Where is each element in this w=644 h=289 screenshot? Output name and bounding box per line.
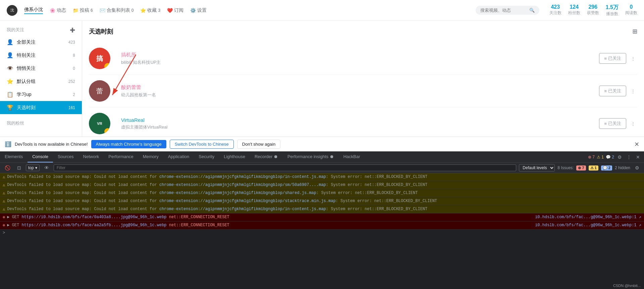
- settings-button[interactable]: ⚙: [616, 154, 623, 160]
- eye-icon: 👁️: [7, 65, 13, 71]
- warning-icon-2: ⚠: [3, 182, 5, 188]
- tab-performance[interactable]: Performance: [104, 151, 138, 162]
- tab-sources[interactable]: Sources: [53, 151, 78, 162]
- follow-actions-virtuareal: ≡ 已关注 ⋮: [599, 118, 637, 129]
- stat-fans: 124 粉丝数: [568, 4, 580, 17]
- console-line-7: ⊗ ▶ GET https://i0.hdslb.com/bfs/face/aa…: [0, 222, 644, 230]
- more-devtools-button[interactable]: ⋮: [625, 154, 633, 160]
- sidebar-item-default-group[interactable]: ⭐ 默认分组 252: [0, 75, 82, 88]
- avatar-gaojisuo: 搞 ✦: [89, 48, 110, 69]
- nav-item-tougao[interactable]: 📁投稿 6: [73, 7, 93, 13]
- followed-button-suannai[interactable]: ≡ 已关注: [599, 86, 626, 96]
- close-devtools-button[interactable]: ✕: [635, 154, 641, 160]
- stats-area: 423 关注数 124 粉丝数 296 获赞数 1.5万 播放数 0 阅读数: [549, 4, 637, 17]
- info-issues-count[interactable]: 💬 2: [601, 165, 612, 171]
- console-line-1: ⚠ DevTools failed to load source map: Co…: [0, 173, 644, 181]
- switch-chinese-button[interactable]: Switch DevTools to Chinese: [170, 140, 234, 149]
- console-line-3: ⚠ DevTools failed to load source map: Co…: [0, 189, 644, 197]
- list-icon: ≡: [604, 121, 607, 126]
- clear-console-button[interactable]: 🚫: [3, 164, 12, 171]
- error-get-link-2[interactable]: https://i0.hdslb.com/bfs/face/aa2a5fb...…: [21, 223, 166, 228]
- error-source-2[interactable]: i0.hdslb.com/bfs/fac...g@96w_96h_1c.webp…: [532, 222, 641, 228]
- dont-show-again-button[interactable]: Don't show again: [237, 140, 280, 149]
- error-link-4[interactable]: chrome-extension://agipnmmjnjcfgkhmlgifi…: [159, 199, 336, 203]
- console-filter-input[interactable]: [54, 164, 517, 171]
- sidebar-section-follows: 我的关注 ➕: [0, 24, 82, 36]
- warning-icon-5: ⚠: [3, 206, 5, 212]
- nav-item-dongtai[interactable]: 🌸动态: [50, 7, 66, 13]
- toggle-sidebar-button[interactable]: ⊡: [15, 164, 23, 171]
- list-icon: ≡: [604, 89, 607, 94]
- tab-console[interactable]: Console: [28, 151, 53, 162]
- sidebar-item-special-follows[interactable]: 👤 特别关注 8: [0, 49, 82, 62]
- tab-recorder[interactable]: Recorder ⏺: [250, 151, 283, 162]
- sidebar-item-study-up[interactable]: 📋 学习up 2: [0, 88, 82, 101]
- followed-button-gaojisuo[interactable]: ≡ 已关注: [599, 53, 626, 64]
- console-line-5: ⚠ DevTools failed to load source map: Co…: [0, 205, 644, 213]
- warning-issues-count[interactable]: ⚠ 1: [589, 165, 598, 171]
- info-icon: ℹ️: [5, 141, 11, 147]
- notification-close-button[interactable]: ✕: [634, 141, 639, 148]
- nav-item-settings[interactable]: ⚙️设置: [190, 7, 207, 13]
- error-link-5[interactable]: chrome-extension://agipnmmjnjcfgkhmlgifi…: [159, 207, 326, 211]
- sidebar-item-all-follows[interactable]: 👤 全部关注 423: [0, 36, 82, 49]
- layout-toggle-icon[interactable]: ⊞: [632, 28, 637, 35]
- trophy-icon: 🏆: [7, 104, 13, 111]
- user-avatar[interactable]: 沈: [7, 5, 17, 16]
- more-options-suannai[interactable]: ⋮: [629, 87, 637, 96]
- search-box[interactable]: 🔍: [476, 6, 539, 15]
- sidebar-section-fans: 我的粉丝: [0, 117, 82, 129]
- verified-badge: ✦: [104, 63, 110, 69]
- user-icon: 👤: [7, 39, 13, 45]
- follow-item-gaojisuo: 搞 ✦ 搞机所 bilibili 知名科技UP主 ≡ 已关注: [89, 42, 637, 75]
- follow-name-gaojisuo[interactable]: 搞机所: [121, 52, 599, 58]
- follow-name-suannai[interactable]: 酸奶蕾蕾: [121, 84, 599, 91]
- search-input[interactable]: [480, 8, 527, 13]
- error-link-2[interactable]: chrome-extension://agipnmmjnjcfgkhmlgifi…: [159, 183, 326, 187]
- error-link-3[interactable]: chrome-extension://agipnmmjnjcfgkhmlgifi…: [159, 191, 316, 195]
- follow-info-virtuareal: VirtuaReal 虚拟主播团体VirtuaReal: [121, 117, 599, 130]
- nav-item-favorites[interactable]: ⭐收藏 3: [140, 7, 160, 13]
- sidebar-item-tianxuan[interactable]: 🏆 天选时刻 161: [0, 101, 82, 114]
- user-star-icon: 👤: [7, 52, 13, 58]
- tab-performance-insights[interactable]: Performance insights ⏺: [283, 151, 339, 162]
- sidebar-item-quiet-follows[interactable]: 👁️ 悄悄关注 0: [0, 62, 82, 75]
- follow-name-virtuareal[interactable]: VirtuaReal: [121, 117, 599, 123]
- follow-actions-suannai: ≡ 已关注 ⋮: [599, 86, 637, 96]
- error-get-link-1[interactable]: https://i0.hdslb.com/bfs/face/0a403a8...…: [21, 215, 166, 220]
- context-selector[interactable]: top ▾: [26, 164, 40, 171]
- warning-icon: ⚠: [3, 174, 5, 180]
- followed-button-virtuareal[interactable]: ≡ 已关注: [599, 118, 626, 129]
- tab-security[interactable]: Security: [194, 151, 219, 162]
- follow-desc-suannai: 幼儿园抢板第一名: [121, 92, 599, 98]
- hidden-count: 2 hidden: [615, 165, 630, 170]
- tab-application[interactable]: Application: [163, 151, 194, 162]
- stat-plays: 1.5万 播放数: [606, 4, 619, 17]
- more-options-virtuareal[interactable]: ⋮: [629, 119, 637, 128]
- bili-main: 我的关注 ➕ 👤 全部关注 423 👤 特别关注 8 👁️ 悄悄关注 0: [0, 21, 644, 137]
- tab-hackbar[interactable]: HackBar: [339, 151, 365, 162]
- log-level-selector[interactable]: Default levels: [519, 164, 555, 172]
- more-options-gaojisuo[interactable]: ⋮: [629, 54, 637, 63]
- error-source-1[interactable]: i0.hdslb.com/bfs/fac...g@96w_96h_1c.webp…: [532, 214, 641, 220]
- bili-sidebar: 我的关注 ➕ 👤 全部关注 423 👤 特别关注 8 👁️ 悄悄关注 0: [0, 21, 82, 137]
- nav-item-collection[interactable]: ✉️合集和列表 0: [100, 7, 134, 13]
- error-issues-count[interactable]: ⊗ 7: [576, 165, 586, 171]
- error-link-1[interactable]: chrome-extension://agipnmmjnjcfgkhmlgifi…: [159, 175, 326, 179]
- console-prompt: >: [3, 231, 5, 235]
- issues-settings-button[interactable]: ⚙: [633, 164, 641, 171]
- console-input[interactable]: [7, 231, 641, 235]
- add-follow-icon[interactable]: ➕: [70, 28, 75, 33]
- tab-lighthouse[interactable]: Lighthouse: [219, 151, 250, 162]
- footer-text: CSDN @hmbtt...: [613, 284, 641, 288]
- warning-icon-3: ⚠: [3, 190, 5, 196]
- tab-memory[interactable]: Memory: [138, 151, 163, 162]
- console-toolbar: 🚫 ⊡ top ▾ 👁 Default levels 8 Issues: ⊗ 7…: [0, 163, 644, 173]
- eye-button[interactable]: 👁: [42, 164, 51, 171]
- match-language-button[interactable]: Always match Chrome's language: [91, 140, 166, 148]
- nav-item-subscribe[interactable]: ❤️订阅: [167, 7, 183, 13]
- tab-network[interactable]: Network: [78, 151, 104, 162]
- devtools-panel: Elements Console Sources Network Perform…: [0, 151, 644, 289]
- tab-elements[interactable]: Elements: [0, 151, 28, 162]
- search-icon[interactable]: 🔍: [529, 8, 535, 13]
